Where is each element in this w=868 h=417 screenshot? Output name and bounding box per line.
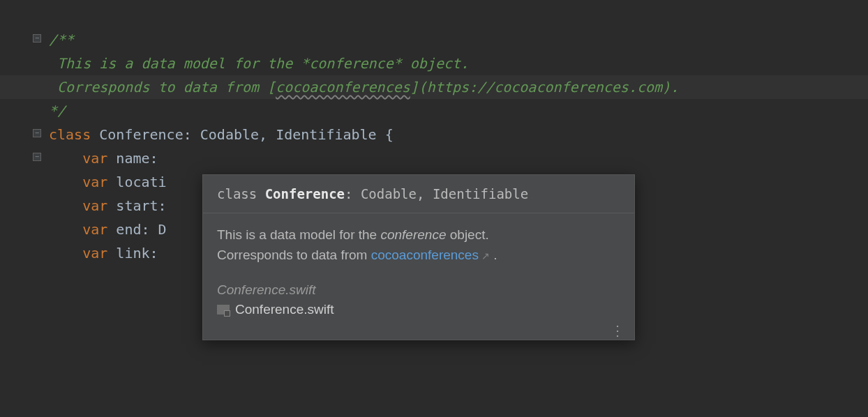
code-line: This is a data model for the *conference… <box>0 52 868 75</box>
fold-icon[interactable]: − <box>31 33 43 44</box>
quick-doc-popup[interactable]: class Conference: Codable, Identifiable … <box>202 174 635 340</box>
code-line-class: class Conference: Codable, Identifiable … <box>0 123 868 146</box>
popup-signature: class Conference: Codable, Identifiable <box>203 175 634 213</box>
folder-icon <box>217 305 230 314</box>
code-line: */ <box>0 99 868 123</box>
popup-file-section: Conference.swift Conference.swift <box>203 282 634 324</box>
doc-open: /** <box>49 31 74 48</box>
code-line-highlighted: Corresponds to data from [cocoaconferenc… <box>0 75 868 99</box>
fold-icon[interactable]: − <box>31 151 43 162</box>
file-name: Conference.swift <box>235 302 334 317</box>
more-menu-icon[interactable]: ⋮ <box>611 328 624 333</box>
doc-external-link[interactable]: cocoaconferences↗ <box>371 248 490 262</box>
code-line: /** <box>0 28 868 52</box>
doc-url: https://cocoaconferences.com <box>427 79 662 96</box>
file-title: Conference.swift <box>217 282 620 298</box>
fold-icon[interactable]: − <box>31 128 43 139</box>
external-link-icon: ↗ <box>481 250 490 261</box>
file-row[interactable]: Conference.swift <box>217 302 620 317</box>
doc-text: This is a data model for the *conference… <box>49 55 469 72</box>
code-line-var: var name: <box>0 146 868 170</box>
doc-link[interactable]: cocoaconferences <box>276 79 410 96</box>
doc-text: Corresponds to data from [ <box>49 79 276 96</box>
doc-close: */ <box>49 103 66 119</box>
popup-body: This is a data model for the conference … <box>203 213 634 273</box>
